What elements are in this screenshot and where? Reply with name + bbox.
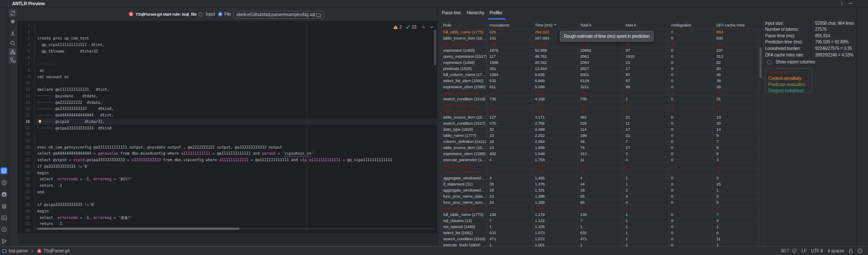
lock-open-icon[interactable] bbox=[848, 247, 854, 255]
tab-profiler[interactable]: Profiler bbox=[490, 7, 503, 19]
table-row[interactable]: select_list_elem (1592)6326.669612997038 bbox=[441, 78, 759, 84]
toolbar-refresh-icon[interactable] bbox=[9, 9, 16, 17]
show-expert-columns-label[interactable]: Show expert columns bbox=[776, 59, 815, 65]
table-row[interactable]: expression (1498)199820.342206421082 bbox=[441, 60, 759, 66]
editor-horizontal-scrollbar[interactable] bbox=[37, 228, 240, 230]
table-row[interactable]: data_type (1829)322.48811417014 bbox=[441, 126, 759, 132]
activity-services-icon[interactable] bbox=[0, 179, 7, 186]
table-row[interactable]: column_definition (1421)182.06449707 bbox=[441, 139, 759, 145]
module-icon[interactable] bbox=[2, 247, 7, 255]
toolbar-hierarchy-icon[interactable] bbox=[9, 48, 16, 56]
input-radio-label[interactable]: Input bbox=[206, 7, 215, 21]
input-radio[interactable] bbox=[198, 12, 203, 17]
editor-vertical-scrollbar[interactable] bbox=[434, 30, 436, 65]
column-header-invocations[interactable]: Invocations bbox=[490, 22, 510, 29]
kebab-menu-icon[interactable] bbox=[839, 1, 845, 6]
table-row[interactable]: execute_parameter (1…41.75811403 bbox=[441, 157, 759, 163]
code-editor[interactable]: 123create proc up_com_test4 @p_vipa11111… bbox=[17, 21, 437, 233]
column-header-max-k[interactable]: Max k bbox=[625, 22, 636, 29]
column-header-rule[interactable]: Rule bbox=[443, 22, 451, 29]
table-row[interactable]: aggregate_windowed…181.33118101 bbox=[441, 187, 759, 193]
toolbar-export-icon[interactable] bbox=[9, 29, 16, 37]
code-line-5[interactable]: @p_tblname dtchar32 bbox=[37, 48, 98, 55]
code-line-29[interactable]: if @vipa333333333333 !='0' bbox=[37, 202, 96, 208]
intention-bulb-icon[interactable] bbox=[38, 119, 42, 124]
table-vertical-scrollbar[interactable] bbox=[760, 48, 762, 78]
toolbar-stop-icon[interactable] bbox=[9, 17, 16, 25]
code-line-11[interactable]: declare @a1111111111111 dtint, bbox=[37, 86, 109, 93]
activity-branch-icon[interactable] bbox=[0, 238, 7, 245]
table-row[interactable]: join_part (1538)74656.84521089944412 bbox=[441, 41, 759, 47]
code-line-9[interactable]: set nocount on bbox=[37, 74, 69, 80]
toolbar-structure-icon[interactable] bbox=[9, 56, 16, 64]
code-line-16[interactable]: @vipid dtchar32, bbox=[37, 119, 105, 125]
folder-icon[interactable] bbox=[316, 13, 321, 17]
code-line-8[interactable]: as bbox=[37, 67, 44, 74]
breadcrumb-project[interactable]: tsql-parser bbox=[9, 247, 28, 255]
ok-count[interactable]: 23 bbox=[411, 25, 416, 30]
code-line-27[interactable]: end bbox=[37, 189, 44, 195]
table-row[interactable]: expression (1495)197852.99910982970237 bbox=[441, 47, 759, 53]
tab-parse-tree[interactable]: Parse tree bbox=[442, 7, 461, 19]
warning-count[interactable]: 2 bbox=[399, 25, 401, 30]
table-row[interactable]: execute_body (102)41.23223816 bbox=[441, 205, 759, 212]
table-row[interactable]: execute_statement (9…41.698287110 bbox=[441, 169, 759, 175]
table-row[interactable]: execute_body (1804)11.0011101 bbox=[441, 242, 759, 246]
code-line-15[interactable]: @a444444444444444 dtint, bbox=[37, 112, 114, 119]
table-row[interactable]: set_special (1485)11.1051101 bbox=[441, 224, 759, 230]
indent-setting[interactable]: 4 spaces bbox=[828, 247, 844, 255]
caret-position[interactable]: 30:7 bbox=[781, 247, 789, 255]
table-row[interactable]: dml_clause (21)51.74816513 bbox=[441, 163, 759, 169]
line-ending[interactable]: LF bbox=[802, 247, 806, 255]
column-header-time-ms-[interactable]: Time (ms) bbox=[535, 22, 557, 29]
code-line-26[interactable]: return -1 bbox=[37, 182, 62, 189]
column-header-ambiguities[interactable]: Ambiguities bbox=[671, 22, 691, 29]
table-row[interactable]: table_source_item (15…1273.17138121013 bbox=[441, 114, 759, 120]
table-row[interactable]: query_expression (1527)11748.76120621910… bbox=[441, 53, 759, 60]
code-line-12[interactable]: @sysdate dtdate, bbox=[37, 93, 98, 99]
table-row[interactable]: search_condition (1516)4711.0724711011 bbox=[441, 236, 759, 242]
encoding[interactable]: UTF-8 bbox=[811, 247, 823, 255]
column-header-total-k[interactable]: Total k bbox=[580, 22, 592, 29]
breadcrumb-file[interactable]: TSqlParser.g4 bbox=[43, 247, 69, 255]
show-expert-columns-checkbox[interactable] bbox=[767, 60, 772, 65]
code-line-3[interactable]: create proc up_com_test bbox=[37, 35, 89, 42]
code-line-32[interactable]: return -1 bbox=[37, 221, 62, 227]
toolbar-zoom-icon[interactable] bbox=[9, 39, 16, 47]
code-line-14[interactable]: @a333333333333 dtkind, bbox=[37, 106, 114, 112]
code-line-20[interactable]: exec nb_com_getsysconfig @a1111111111111… bbox=[37, 144, 282, 151]
file-path-value[interactable]: ebelice/Github/tsql-parser/examples/big.… bbox=[237, 11, 315, 19]
table-row[interactable]: predicate (1525)46113.444292717080 bbox=[441, 66, 759, 72]
next-chevron-icon[interactable] bbox=[430, 25, 434, 29]
code-line-21[interactable]: select @a444444444444444 = paravalue fro… bbox=[37, 150, 313, 157]
activity-terminal-icon[interactable] bbox=[0, 215, 7, 222]
activity-antlr-circle-icon[interactable] bbox=[0, 191, 7, 198]
table-row[interactable]: sql_clauses (12)71.1227104 bbox=[441, 218, 759, 224]
file-radio-label[interactable]: File bbox=[224, 7, 231, 21]
code-line-7[interactable]: -- -- -- bbox=[37, 61, 55, 67]
table-row[interactable]: table_source_item (15…141.959741708 bbox=[441, 145, 759, 151]
file-radio[interactable] bbox=[218, 12, 223, 17]
table-row[interactable]: expression_elem (1589)4021.948413308 bbox=[441, 151, 759, 157]
code-line-17[interactable]: @vipa333333333333 dtkind bbox=[37, 125, 112, 132]
code-line-31[interactable]: select errorcode = -1, errormsg = '准备!' bbox=[37, 215, 132, 221]
tab-hierarchy[interactable]: Hierarchy bbox=[467, 7, 484, 19]
table-row[interactable]: table_source_item_j…73.767289218 bbox=[441, 102, 759, 108]
inspection-widget[interactable]: 2 23 bbox=[393, 24, 434, 30]
table-row[interactable]: select_list (1581)6321.073632106 bbox=[441, 230, 759, 236]
code-line-24[interactable]: begin bbox=[37, 170, 49, 176]
code-line-25[interactable]: select errorcode = -1, errormsg = '执行!' bbox=[37, 176, 132, 182]
table-row[interactable]: full_column_name (17…10948.635830197045 bbox=[441, 72, 759, 78]
code-line-23[interactable]: if @a333333333333 !='0' bbox=[37, 163, 89, 170]
activity-layers-icon[interactable] bbox=[0, 203, 7, 210]
activity-antlr-preview-icon[interactable] bbox=[0, 167, 7, 174]
error-indicator-icon[interactable] bbox=[857, 247, 863, 255]
highlight-off-icon[interactable] bbox=[792, 247, 797, 255]
code-line-13[interactable]: @a2222222222 dtdate, bbox=[37, 99, 102, 106]
table-row[interactable]: expression_elem (1590)6115.266321199026 bbox=[441, 84, 759, 90]
table-row[interactable]: select_statement (15…744.87644621446 bbox=[441, 90, 759, 96]
activity-problems-icon[interactable] bbox=[0, 226, 7, 233]
table-row[interactable]: search_condition (1517)4702.78652511030 bbox=[441, 120, 759, 126]
code-line-4[interactable]: @p_vipa1111111111111 dtint, bbox=[37, 42, 105, 48]
table-row[interactable]: table_name (1777)332.2521992109 bbox=[441, 132, 759, 139]
